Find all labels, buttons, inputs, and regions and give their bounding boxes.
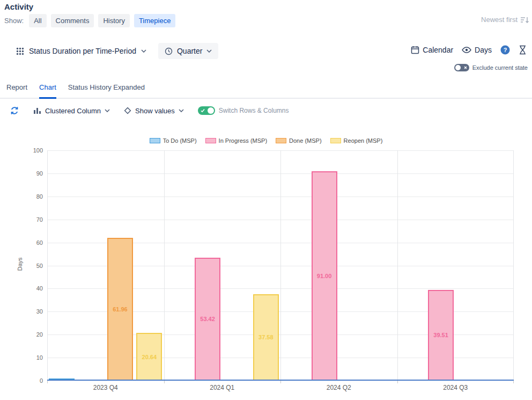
x-axis-category-label: 2024 Q2 — [280, 384, 397, 391]
x-axis-category-label: 2024 Q1 — [164, 384, 281, 391]
bar-in-progress-msp-2024-q3[interactable]: 39.51 — [428, 290, 454, 381]
filter-history-button[interactable]: History — [98, 14, 129, 27]
gridline-vertical — [513, 150, 514, 381]
x-axis-tick — [47, 381, 48, 383]
x-axis-category-label: 2023 Q4 — [47, 384, 164, 391]
chart-tools: Calendar Days ? — [411, 45, 527, 55]
chart-legend: To Do (MSP)In Progress (MSP)Done (MSP)Re… — [0, 137, 532, 144]
x-axis-tick — [280, 381, 281, 383]
question-icon: ? — [500, 45, 510, 55]
show-values-label: Show values — [135, 107, 175, 115]
legend-swatch-icon — [276, 138, 286, 143]
unit-days-label: Days — [475, 46, 492, 54]
check-icon — [201, 108, 205, 113]
switch-rows-columns-label: Switch Rows & Columns — [219, 107, 289, 114]
gridline-vertical — [280, 150, 281, 381]
activity-panel: Activity Show: All Comments History Time… — [0, 0, 532, 400]
tab-chart[interactable]: Chart — [39, 83, 56, 99]
calendar-icon — [411, 46, 419, 54]
period-label: Quarter — [177, 47, 202, 55]
y-axis-tick-label: 70 — [23, 216, 43, 223]
grid-icon — [16, 47, 24, 55]
legend-item-1[interactable]: In Progress (MSP) — [205, 137, 267, 144]
period-dropdown[interactable]: Quarter — [158, 43, 218, 59]
show-values-dropdown[interactable]: Show values — [124, 107, 184, 115]
y-axis-tick-label: 100 — [23, 147, 43, 154]
diamond-icon — [124, 107, 131, 114]
legend-swatch-icon — [330, 138, 341, 143]
toggle-knob — [208, 107, 214, 114]
bar-value-label: 61.96 — [113, 306, 128, 312]
clock-icon — [165, 47, 173, 55]
help-button[interactable]: ? — [500, 45, 510, 55]
gridline-vertical — [164, 150, 165, 381]
bar-in-progress-msp-2024-q2[interactable]: 91.00 — [312, 171, 337, 381]
view-tabs: Report Chart Status History Expanded — [0, 83, 532, 99]
report-type-dropdown[interactable]: Status Duration per Time-Period — [16, 47, 146, 55]
y-axis-tick-label: 40 — [23, 285, 43, 292]
y-axis-tick-label: 30 — [23, 308, 43, 315]
bar-value-label: 20.64 — [142, 354, 157, 360]
legend-label: To Do (MSP) — [163, 137, 197, 144]
chart-controls-bar: Clustered Column Show values Switch Rows… — [10, 106, 289, 115]
bar-value-label: 37.58 — [258, 334, 274, 340]
tab-report[interactable]: Report — [6, 83, 27, 99]
chart-type-dropdown[interactable]: Clustered Column — [33, 107, 110, 115]
chevron-down-icon — [141, 49, 146, 53]
legend-swatch-icon — [205, 138, 216, 143]
legend-label: In Progress (MSP) — [219, 137, 267, 144]
plot-area: 53.4291.0039.5161.9620.6437.58 — [47, 150, 514, 381]
hourglass-icon — [519, 45, 527, 55]
bar-value-label: 53.42 — [200, 316, 215, 322]
bar-value-label: 91.00 — [317, 273, 332, 279]
y-axis-tick-label: 50 — [23, 263, 43, 269]
sort-descending-icon — [520, 16, 529, 24]
sort-order-control[interactable]: Newest first — [481, 16, 529, 24]
bar-chart-icon — [33, 107, 41, 114]
legend-item-0[interactable]: To Do (MSP) — [150, 137, 197, 144]
chart-type-label: Clustered Column — [45, 107, 101, 115]
x-axis-tick — [397, 381, 398, 383]
exclude-current-state-label: Exclude current state — [472, 64, 528, 71]
eye-icon — [462, 47, 471, 53]
legend-item-2[interactable]: Done (MSP) — [276, 137, 322, 144]
filter-all-button[interactable]: All — [29, 14, 46, 27]
x-axis-tick — [513, 381, 514, 383]
x-axis-category-label: 2024 Q3 — [397, 384, 514, 391]
chevron-down-icon — [179, 109, 184, 112]
show-label: Show: — [4, 17, 24, 25]
legend-label: Done (MSP) — [289, 137, 322, 144]
chevron-down-icon — [105, 109, 110, 112]
legend-swatch-icon — [150, 138, 160, 143]
toggle-on-icon[interactable] — [198, 106, 215, 115]
legend-label: Reopen (MSP) — [344, 137, 383, 144]
y-axis-tick-label: 10 — [23, 354, 43, 361]
bar-in-progress-msp-2024-q1[interactable]: 53.42 — [195, 258, 220, 381]
exclude-current-state-toggle[interactable]: Exclude current state — [454, 64, 528, 71]
bar-done-msp-2023-q4[interactable]: 61.96 — [107, 238, 133, 381]
refresh-icon[interactable] — [10, 106, 19, 115]
gridline-vertical — [47, 150, 48, 381]
calendar-button[interactable]: Calendar — [411, 46, 453, 54]
bar-reopen-msp-2024-q1[interactable]: 37.58 — [253, 294, 279, 381]
toggle-off-icon[interactable] — [454, 64, 469, 71]
calendar-label: Calendar — [423, 46, 453, 54]
legend-item-3[interactable]: Reopen (MSP) — [330, 137, 383, 144]
cross-icon — [464, 66, 467, 69]
report-type-label: Status Duration per Time-Period — [29, 47, 136, 55]
switch-rows-columns-toggle[interactable]: Switch Rows & Columns — [198, 106, 289, 115]
page-title: Activity — [4, 2, 33, 11]
filter-timepiece-button[interactable]: Timepiece — [134, 14, 175, 27]
tab-status-history-expanded[interactable]: Status History Expanded — [68, 83, 145, 99]
svg-text:?: ? — [504, 47, 507, 53]
bar-reopen-msp-2023-q4[interactable]: 20.64 — [136, 333, 162, 381]
toggle-knob — [455, 65, 461, 70]
filter-comments-button[interactable]: Comments — [51, 14, 94, 27]
y-axis-tick-label: 20 — [23, 331, 43, 338]
y-axis-tick-label: 0 — [23, 377, 43, 384]
hourglass-button[interactable] — [519, 45, 527, 55]
unit-days-button[interactable]: Days — [462, 46, 492, 54]
chart: To Do (MSP)In Progress (MSP)Done (MSP)Re… — [0, 133, 532, 400]
bar-value-label: 39.51 — [433, 332, 448, 338]
y-axis-title: Days — [17, 257, 23, 271]
